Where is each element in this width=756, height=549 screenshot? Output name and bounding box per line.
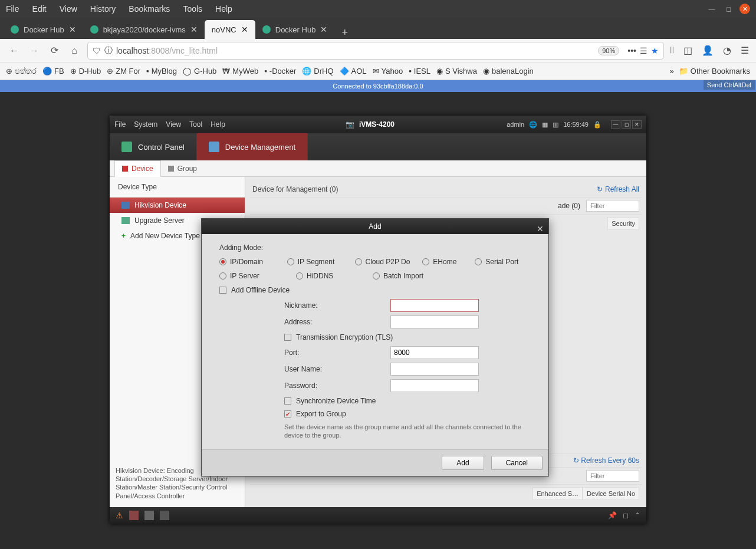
status-icon[interactable] — [144, 511, 154, 520]
bookmark-item[interactable]: ⊕ D-Hub — [70, 67, 101, 75]
more-icon[interactable]: ••• — [627, 46, 636, 55]
bookmark-item[interactable]: ◉ balenaLogin — [483, 67, 534, 75]
toolbar-control-panel[interactable]: Control Panel — [110, 133, 197, 160]
reader-icon[interactable]: ☰ — [640, 46, 647, 55]
bookmark-item[interactable]: ▪ -Docker — [264, 67, 296, 75]
extension-icon[interactable]: ◔ — [723, 45, 731, 56]
dialog-close-icon[interactable]: ✕ — [537, 221, 544, 236]
bookmark-item[interactable]: ₩ MyWeb — [222, 67, 258, 75]
checkbox-tls[interactable]: Transmission Encryption (TLS) — [284, 333, 531, 341]
menu-edit[interactable]: Edit — [32, 4, 47, 14]
bookmark-item[interactable]: ◯ G-Hub — [183, 67, 216, 75]
status-icon[interactable] — [129, 511, 139, 520]
zoom-badge[interactable]: 90% — [598, 46, 619, 55]
column-security[interactable]: Security — [607, 217, 639, 230]
bookmarks-overflow-icon[interactable]: » — [670, 67, 674, 75]
account-icon[interactable]: 👤 — [702, 45, 714, 56]
menu-file[interactable]: File — [6, 4, 19, 14]
window-icon[interactable]: ◻ — [623, 511, 629, 520]
bookmark-item[interactable]: ⊕ පත්තර — [6, 67, 37, 76]
password-input[interactable] — [390, 379, 479, 392]
app-maximize-icon[interactable]: ◻ — [622, 120, 631, 129]
checkbox-export-group[interactable]: Export to Group — [284, 410, 531, 418]
radio-ip-segment[interactable]: IP Segment — [287, 258, 343, 266]
reload-button[interactable]: ⟳ — [47, 44, 61, 58]
bookmark-item[interactable]: ✉ Yahoo — [373, 67, 403, 75]
app-menu-system[interactable]: System — [134, 120, 157, 129]
new-tab-button[interactable]: + — [334, 27, 355, 39]
library-icon[interactable]: ⫴ — [670, 45, 674, 56]
filter-input[interactable] — [586, 200, 639, 212]
tab-close-icon[interactable]: ✕ — [320, 25, 327, 34]
tab-docker-hub-1[interactable]: Docker Hub✕ — [4, 20, 83, 39]
forward-button[interactable]: → — [27, 44, 41, 58]
radio-hiddns[interactable]: HiDDNS — [296, 272, 361, 280]
lock-icon[interactable]: 🔒 — [593, 121, 601, 129]
sidebar-item-hikvision[interactable]: Hikvision Device — [110, 198, 245, 213]
panel-icon[interactable]: ▥ — [553, 121, 558, 129]
toolbar-device-management[interactable]: Device Management — [197, 133, 308, 160]
radio-serial-port[interactable]: Serial Port — [475, 258, 531, 266]
checkbox-sync-time[interactable]: Synchronize Device Time — [284, 397, 531, 405]
menu-bookmarks[interactable]: Bookmarks — [129, 4, 170, 14]
add-button[interactable]: Add — [442, 456, 484, 470]
bookmark-item[interactable]: ▪ IESL — [409, 67, 430, 75]
window-close-icon[interactable]: ✕ — [739, 4, 750, 14]
tab-bkjaya[interactable]: bkjaya2020/docker-ivms✕ — [83, 20, 205, 39]
refresh-all-button[interactable]: ↻Refresh All — [597, 185, 639, 193]
tab-close-icon[interactable]: ✕ — [190, 25, 198, 34]
app-menu-view[interactable]: View — [166, 120, 181, 129]
radio-batch-import[interactable]: Batch Import — [373, 272, 438, 280]
bookmark-item[interactable]: 🌐 DrHQ — [302, 67, 333, 75]
menu-view[interactable]: View — [60, 4, 77, 14]
app-menu-help[interactable]: Help — [211, 120, 225, 129]
pin-icon[interactable]: 📌 — [608, 511, 617, 520]
tab-novnc[interactable]: noVNC✕ — [205, 20, 255, 39]
radio-cloud-p2p[interactable]: Cloud P2P Do… — [355, 258, 411, 266]
cancel-button[interactable]: Cancel — [491, 456, 543, 470]
bookmark-item[interactable]: 🔷 AOL — [340, 67, 367, 75]
checkbox-offline[interactable]: Add Offline Device — [219, 286, 531, 294]
subtab-group[interactable]: Group — [161, 161, 204, 176]
nickname-input[interactable] — [390, 299, 479, 312]
bookmark-item[interactable]: ◉ S Vishwa — [436, 67, 477, 75]
back-button[interactable]: ← — [7, 44, 21, 58]
app-menu-file[interactable]: File — [114, 120, 126, 129]
address-input[interactable]: 🛡 ⓘ localhost:8008/vnc_lite.html 90% •••… — [87, 42, 664, 60]
menu-tools[interactable]: Tools — [183, 4, 202, 14]
tab-close-icon[interactable]: ✕ — [69, 25, 76, 34]
radio-ip-server[interactable]: IP Server — [219, 272, 284, 280]
column-serial[interactable]: Device Serial No — [583, 487, 639, 500]
bookmark-item[interactable]: ▪ MyBlog — [146, 67, 177, 75]
home-button[interactable]: ⌂ — [67, 44, 81, 58]
alert-icon[interactable]: ⚠ — [116, 511, 123, 520]
info-icon[interactable]: ⓘ — [104, 45, 113, 56]
globe-icon[interactable]: 🌐 — [529, 121, 537, 129]
radio-ehome[interactable]: EHome — [422, 258, 463, 266]
address-input[interactable] — [390, 315, 479, 328]
bookmark-item[interactable]: ⊕ ZM For — [107, 67, 140, 75]
column-enhanced[interactable]: Enhanced S… — [533, 487, 583, 500]
hamburger-icon[interactable]: ☰ — [741, 45, 749, 56]
tab-docker-hub-2[interactable]: Docker Hub✕ — [255, 20, 335, 39]
app-minimize-icon[interactable]: — — [611, 120, 620, 129]
refresh-every-button[interactable]: ↻ Refresh Every 60s — [573, 456, 639, 465]
window-maximize-icon[interactable]: ◻ — [723, 4, 734, 14]
username-input[interactable] — [390, 363, 479, 376]
other-bookmarks-button[interactable]: 📁 Other Bookmarks — [679, 67, 750, 75]
send-ctrlaltdel-button[interactable]: Send CtrlAltDel — [704, 80, 755, 90]
menu-help[interactable]: Help — [215, 4, 232, 14]
status-icon[interactable] — [160, 511, 169, 520]
expand-icon[interactable]: ⌃ — [635, 511, 640, 520]
radio-ip-domain[interactable]: IP/Domain — [219, 258, 275, 266]
screen-icon[interactable]: ▦ — [542, 121, 548, 129]
window-minimize-icon[interactable]: — — [706, 4, 717, 14]
app-close-icon[interactable]: ✕ — [632, 120, 642, 129]
bookmark-item[interactable]: 🔵 FB — [42, 67, 64, 75]
subtab-device[interactable]: Device — [114, 160, 161, 177]
tab-close-icon[interactable]: ✕ — [241, 25, 248, 34]
app-menu-tool[interactable]: Tool — [189, 120, 202, 129]
port-input[interactable] — [390, 346, 479, 359]
menu-history[interactable]: History — [90, 4, 116, 14]
bookmark-star-icon[interactable]: ★ — [651, 46, 659, 55]
